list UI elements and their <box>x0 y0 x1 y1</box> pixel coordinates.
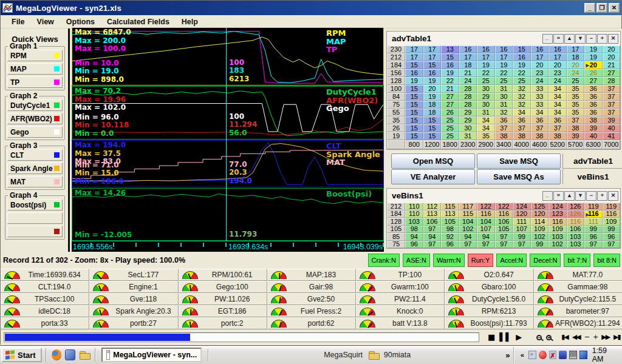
graph-cursor-line[interactable] <box>226 27 227 241</box>
advtable-cell[interactable]: 19 <box>477 61 495 69</box>
toolbar-chevron[interactable]: » <box>505 351 510 360</box>
advtable-cell[interactable]: 20 <box>567 61 585 69</box>
vebins-cell[interactable]: 109 <box>603 218 621 226</box>
advtable-cell[interactable]: 16 <box>441 61 459 69</box>
vebins-cell[interactable]: 96 <box>441 241 459 249</box>
stop-button[interactable]: ■ <box>488 332 495 342</box>
advtable-cell[interactable]: 20 <box>603 46 621 53</box>
advtable-cell[interactable]: 19 <box>584 46 603 53</box>
advtable-cell[interactable]: 33 <box>531 101 549 109</box>
advtable-cell[interactable]: 22 <box>495 69 513 77</box>
advtable-cell[interactable]: 30 <box>477 85 495 93</box>
vebins-cell[interactable]: 99 <box>603 226 621 234</box>
menu-file[interactable]: File <box>5 16 31 27</box>
vebins-cell[interactable]: 120 <box>513 211 531 218</box>
advtable-cell[interactable]: 24 <box>459 77 477 85</box>
vebins-cell[interactable]: 115 <box>441 203 459 211</box>
advtable-cell[interactable]: 25 <box>441 116 459 124</box>
advtable-cell[interactable]: 30 <box>495 93 513 101</box>
advtable-cell[interactable]: 20◄·► <box>584 61 603 69</box>
advtable-cell[interactable]: 16 <box>495 46 513 53</box>
start-button[interactable]: Start <box>1 348 42 362</box>
advtable-cell[interactable]: 17 <box>531 53 549 61</box>
advtable-cell[interactable]: 23 <box>549 69 567 77</box>
browser-icon[interactable] <box>52 349 62 360</box>
vebins-cell[interactable]: 124 <box>513 203 531 211</box>
vebins-cell[interactable]: 99 <box>531 241 549 249</box>
advtable-cell[interactable]: 28 <box>459 85 477 93</box>
advtable-cell[interactable]: 18 <box>459 61 477 69</box>
advtable-cell[interactable]: 17 <box>495 53 513 61</box>
vebins-cell[interactable]: 123 <box>549 211 567 218</box>
folder-quicklaunch-icon[interactable] <box>79 349 89 360</box>
advtable-cell[interactable]: 22 <box>513 69 531 77</box>
advtable-cell[interactable]: 16 <box>423 69 442 77</box>
advtable-cell[interactable]: 38 <box>513 132 531 140</box>
vebins-equalize-icon[interactable]: = <box>553 191 564 201</box>
advtable-cell[interactable]: 30 <box>459 124 477 132</box>
vebins-increase-icon[interactable]: ▲ <box>564 191 575 201</box>
zoom-out-icon[interactable]: − <box>536 335 542 340</box>
vebins-cell[interactable]: 110 <box>405 211 423 218</box>
vebins-cell[interactable]: 103 <box>549 233 567 241</box>
advtable-cell[interactable]: 15 <box>405 116 423 124</box>
advtable-cell[interactable]: 25 <box>513 77 531 85</box>
vebins-cell[interactable]: 120 <box>531 211 549 218</box>
tab-advtable1[interactable]: advTable1 <box>562 153 622 169</box>
vebins-cell[interactable]: 116 <box>495 211 513 218</box>
vebins-cell[interactable]: 103 <box>405 218 423 226</box>
advtable-cell[interactable]: 18 <box>423 109 442 116</box>
advtable-cell[interactable]: 15 <box>405 85 423 93</box>
advtable-cell[interactable]: 40 <box>584 132 603 140</box>
sidebar-item-clt[interactable]: CLT <box>7 149 63 161</box>
advtable-cell[interactable]: 34 <box>513 109 531 116</box>
vebins-cell[interactable]: 106 <box>495 218 513 226</box>
advtable-cell[interactable]: 25 <box>441 124 459 132</box>
menu-help[interactable]: Help <box>176 16 204 27</box>
advtable-cell[interactable]: 17 <box>423 53 442 61</box>
advtable-cell[interactable]: 26 <box>441 109 459 116</box>
vebins-cell[interactable]: 116 <box>603 211 621 218</box>
vebins-cell[interactable]: 102 <box>531 233 549 241</box>
vebins-cell[interactable]: 99 <box>584 226 603 234</box>
advtable-cell[interactable]: 17 <box>567 46 585 53</box>
advtable-cell[interactable]: 35 <box>567 93 585 101</box>
toolbar-grip[interactable] <box>208 349 208 361</box>
sidebar-item-empty[interactable] <box>7 226 63 237</box>
advtable-cell[interactable]: 34 <box>549 101 567 109</box>
sidebar-item-empty[interactable] <box>7 212 63 224</box>
advtable-cell[interactable]: 31 <box>495 85 513 93</box>
advtable-cell[interactable]: 22 <box>441 77 459 85</box>
advtable-cell[interactable]: 19 <box>584 53 603 61</box>
advtable-cell[interactable]: 37 <box>603 93 621 101</box>
graph-1-plot[interactable]: Max = 6847.0Max = 200.0Max = 100.0Min = … <box>72 27 384 86</box>
vebins-cell[interactable]: 94 <box>477 233 495 241</box>
advtable-decrease-icon[interactable]: ▼ <box>575 34 586 44</box>
advtable-cell[interactable]: 36 <box>584 109 603 116</box>
skip-to-start-button[interactable]: ▮◀ <box>561 332 568 342</box>
advtable-cell[interactable]: 17 <box>423 46 442 53</box>
advtable-cell[interactable]: 36 <box>549 116 567 124</box>
vebins-cell[interactable]: 113 <box>441 211 459 218</box>
vebins-cell[interactable]: 119 <box>584 203 603 211</box>
advtable-cell[interactable]: 27 <box>441 101 459 109</box>
tray-app-icon[interactable] <box>579 351 587 359</box>
sidebar-item-boost-psi-[interactable]: Boost(psi) <box>7 199 63 211</box>
advtable-cell[interactable]: 39 <box>603 116 621 124</box>
tab-vebins1[interactable]: veBins1 <box>562 169 622 184</box>
advtable-cell[interactable]: 36 <box>584 93 603 101</box>
vebins-cell[interactable]: 126 <box>567 203 585 211</box>
advtable-cell[interactable]: 33 <box>531 85 549 93</box>
advtable-cell[interactable]: 37 <box>603 85 621 93</box>
advtable-cell[interactable]: 28 <box>459 93 477 101</box>
vebins-cell[interactable]: 97 <box>495 233 513 241</box>
vebins-cell[interactable]: 96 <box>584 233 603 241</box>
advtable-cell[interactable]: 16 <box>459 46 477 53</box>
advtable-cell[interactable]: 15 <box>441 53 459 61</box>
advtable-cell[interactable]: 22 <box>477 69 495 77</box>
vebins-cell[interactable]: 103 <box>567 241 585 249</box>
vebins-cell[interactable]: 124 <box>549 203 567 211</box>
vebins-cell[interactable]: 98 <box>441 226 459 234</box>
advtable-cell[interactable]: 21 <box>459 69 477 77</box>
vebins-cell[interactable]: 126 <box>567 211 585 218</box>
